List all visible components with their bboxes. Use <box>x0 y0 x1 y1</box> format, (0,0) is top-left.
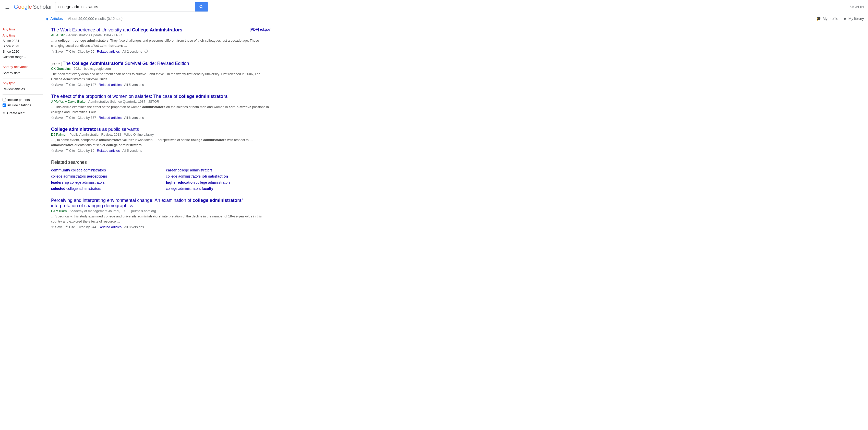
cite-icon: ❝❞ <box>65 50 68 53</box>
result-title-link[interactable]: BOOKThe College Administrator's Survival… <box>51 61 271 66</box>
scholar-logo-text: Scholar <box>33 4 52 10</box>
search-button[interactable] <box>195 2 208 11</box>
result-title-link[interactable]: The Work Experience of University and Co… <box>51 27 245 33</box>
my-library-label: My library <box>848 17 864 21</box>
result-actions: ☆ Save ❝❞ Cite Cited by 367 Related arti… <box>51 115 271 120</box>
cite-button[interactable]: ❝❞ Cite <box>65 50 75 53</box>
cite-button[interactable]: ❝❞ Cite <box>65 83 75 87</box>
sidebar-item-since2020[interactable]: Since 2020 <box>3 49 43 54</box>
result-item: The Work Experience of University and Co… <box>51 27 271 54</box>
related-item[interactable]: higher education college administrators <box>166 180 271 184</box>
sidebar-item-since2024[interactable]: Since 2024 <box>3 38 43 44</box>
mail-icon: ✉ <box>3 111 6 115</box>
related-item[interactable]: college administrators job satisfaction <box>166 174 271 178</box>
save-button[interactable]: ☆ Save <box>51 225 63 229</box>
include-citations-input[interactable] <box>3 104 6 107</box>
related-articles-link[interactable]: Related articles <box>99 83 122 87</box>
cite-label: Cite <box>69 116 75 120</box>
include-citations-checkbox[interactable]: include citations <box>3 103 43 108</box>
save-button[interactable]: ☆ Save <box>51 115 63 120</box>
result-snippet: … a college … college administrators. Th… <box>51 38 271 48</box>
my-profile-link[interactable]: 🎓 My profile <box>816 16 838 21</box>
versions-link[interactable]: All 5 versions <box>124 83 144 87</box>
save-label: Save <box>55 149 63 152</box>
related-item[interactable]: college administrators faculty <box>166 187 271 191</box>
versions-link[interactable]: All 2 versions <box>122 50 142 53</box>
related-item[interactable]: leadership college administrators <box>51 180 156 184</box>
save-star-icon: ☆ <box>51 225 54 229</box>
result-title-link[interactable]: The effect of the proportion of women on… <box>51 94 271 99</box>
result-author-link[interactable]: CK Gunsalus <box>51 67 71 70</box>
result-author-link[interactable]: FJ Milliken <box>51 209 67 213</box>
result-actions: ☆ Save ❝❞ Cite Cited by 66 Related artic… <box>51 49 271 54</box>
versions-link[interactable]: All 5 versions <box>122 149 142 152</box>
include-patents-label: include patents <box>7 98 30 102</box>
result-title-link[interactable]: College administrators as public servant… <box>51 127 271 132</box>
search-input[interactable] <box>55 3 195 11</box>
articles-nav[interactable]: ◆ Articles <box>46 16 63 21</box>
save-button[interactable]: ☆ Save <box>51 49 63 53</box>
sidebar: Any time Any time Since 2024 Since 2023 … <box>0 23 46 240</box>
related-item[interactable]: selected college administrators <box>51 187 156 191</box>
cited-by-link[interactable]: Cited by 19 <box>78 149 94 152</box>
sidebar-item-since2023[interactable]: Since 2023 <box>3 44 43 49</box>
result-pdf-link[interactable]: [PDF] ed.gov <box>250 27 271 31</box>
include-patents-input[interactable] <box>3 98 6 102</box>
result-title-row: The Work Experience of University and Co… <box>51 27 271 33</box>
related-item[interactable]: community college administrators <box>51 168 156 172</box>
profile-icon: 🎓 <box>816 16 821 21</box>
save-label: Save <box>55 225 63 229</box>
result-title-row: Perceiving and interpreting environmenta… <box>51 198 271 208</box>
result-meta: CK Gunsalus - 2021 - books.google.com <box>51 67 271 70</box>
hamburger-button[interactable]: ☰ <box>4 3 11 11</box>
result-author-link[interactable]: AE Austin <box>51 33 65 37</box>
result-item: College administrators as public servant… <box>51 127 271 152</box>
result-title-link[interactable]: Perceiving and interpreting environmenta… <box>51 198 271 208</box>
related-item[interactable]: college administrators perceptions <box>51 174 156 178</box>
cite-button[interactable]: ❝❞ Cite <box>65 225 75 229</box>
save-button[interactable]: ☆ Save <box>51 148 63 152</box>
save-button[interactable]: ☆ Save <box>51 83 63 87</box>
sidebar-sort-title: Sort by relevance <box>3 65 43 69</box>
sidebar-item-customrange[interactable]: Custom range... <box>3 54 43 60</box>
cite-button[interactable]: ❝❞ Cite <box>65 116 75 120</box>
logo-link[interactable]: Google Scholar <box>14 4 52 10</box>
versions-link[interactable]: All 8 versions <box>124 225 144 229</box>
result-item: Perceiving and interpreting environmenta… <box>51 198 271 229</box>
result-author-link[interactable]: DJ Palmer <box>51 133 67 137</box>
create-alert-link[interactable]: ✉ Create alert <box>3 111 43 115</box>
google-logo: Google <box>14 4 32 10</box>
sidebar-item-anytime[interactable]: Any time <box>3 33 43 38</box>
save-label: Save <box>55 116 63 120</box>
sidebar-item-sortbydate[interactable]: Sort by date <box>3 70 43 76</box>
search-icon <box>199 4 204 9</box>
related-articles-link[interactable]: Related articles <box>97 149 120 152</box>
cited-by-link[interactable]: Cited by 127 <box>78 83 96 87</box>
infinity-link[interactable]: ⧂ <box>145 49 149 54</box>
cite-label: Cite <box>69 83 75 87</box>
result-actions: ☆ Save ❝❞ Cite Cited by 944 Related arti… <box>51 225 271 229</box>
sidebar-item-reviewarticles[interactable]: Review articles <box>3 86 43 92</box>
result-title-row: BOOKThe College Administrator's Survival… <box>51 61 271 66</box>
sidebar-divider-1 <box>3 62 43 62</box>
sub-header: ◆ Articles About 49,00,000 results (0.12… <box>0 14 868 23</box>
cited-by-link[interactable]: Cited by 66 <box>78 50 94 53</box>
header-right: SIGN IN <box>849 5 864 9</box>
cited-by-link[interactable]: Cited by 367 <box>78 116 96 120</box>
include-patents-checkbox[interactable]: include patents <box>3 97 43 103</box>
sign-in-button[interactable]: SIGN IN <box>849 5 864 9</box>
related-articles-link[interactable]: Related articles <box>99 225 122 229</box>
related-item[interactable]: career college administrators <box>166 168 271 172</box>
result-actions: ☆ Save ❝❞ Cite Cited by 19 Related artic… <box>51 148 271 152</box>
related-articles-link[interactable]: Related articles <box>99 116 122 120</box>
result-snippet: The book that every dean and department … <box>51 71 271 82</box>
create-alert-label: Create alert <box>7 111 25 115</box>
cited-by-link[interactable]: Cited by 944 <box>78 225 96 229</box>
cite-label: Cite <box>69 225 75 229</box>
cite-icon: ❝❞ <box>65 149 68 152</box>
result-author-link[interactable]: J Pfeffer, A Davis-Blake <box>51 99 86 104</box>
my-library-link[interactable]: ★ My library <box>843 16 864 21</box>
cite-button[interactable]: ❝❞ Cite <box>65 149 75 152</box>
versions-link[interactable]: All 6 versions <box>124 116 144 120</box>
related-articles-link[interactable]: Related articles <box>97 50 120 53</box>
